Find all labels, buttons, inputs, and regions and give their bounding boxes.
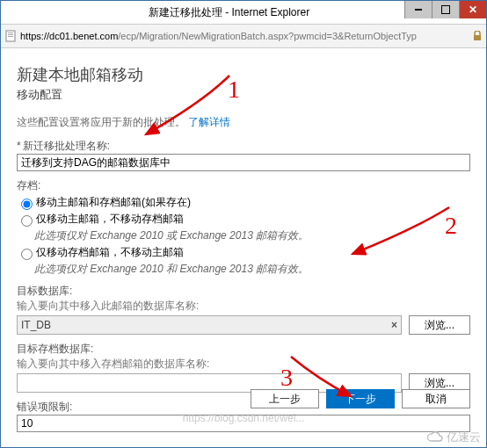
page-icon <box>4 30 17 42</box>
lock-icon <box>472 31 483 41</box>
svg-rect-2 <box>8 34 13 35</box>
archive-option-1[interactable]: 移动主邮箱和存档邮箱(如果存在) <box>17 195 470 210</box>
target-db-clear-icon[interactable]: × <box>391 319 397 331</box>
archive-db-label: 目标存档数据库: <box>17 342 470 357</box>
window-title: 新建迁移批处理 - Internet Explorer <box>54 5 404 20</box>
batch-name-label: 新迁移批处理名称: <box>17 139 470 154</box>
cloud-icon <box>425 431 445 444</box>
wizard-footer: 上一步 下一步 取消 <box>251 389 470 408</box>
target-db-value: IT_DB <box>21 319 391 331</box>
window-maximize-button[interactable] <box>432 1 459 18</box>
target-db-browse-button[interactable]: 浏览... <box>409 315 470 335</box>
archive-option-group: 存档: 移动主邮箱和存档邮箱(如果存在) 仅移动主邮箱，不移动存档邮箱 此选项仅… <box>17 178 470 277</box>
target-db-input[interactable]: IT_DB × <box>17 315 402 335</box>
page-subheading: 移动配置 <box>17 87 470 103</box>
window-minimize-button[interactable] <box>404 1 432 18</box>
archive-group-label: 存档: <box>17 178 470 193</box>
window-titlebar: 新建迁移批处理 - Internet Explorer ✕ <box>1 1 486 25</box>
batch-name-input[interactable] <box>17 154 470 171</box>
window-close-button[interactable]: ✕ <box>459 1 486 18</box>
svg-rect-4 <box>474 35 481 40</box>
archive-option-3-note: 此选项仅对 Exchange 2010 和 Exchange 2013 邮箱有效… <box>34 262 470 277</box>
url-text: https://dc01.benet.com/ecp/Migration/New… <box>20 31 469 41</box>
page-heading: 新建本地邮箱移动 <box>17 64 470 85</box>
address-bar[interactable]: https://dc01.benet.com/ecp/Migration/New… <box>1 25 486 48</box>
archive-option-3[interactable]: 仅移动存档邮箱，不移动主邮箱 <box>17 245 470 260</box>
next-button[interactable]: 下一步 <box>326 389 395 408</box>
archive-db-help: 输入要向其中移入存档邮箱的数据库名称: <box>17 357 470 372</box>
back-button[interactable]: 上一步 <box>251 389 319 408</box>
cancel-button[interactable]: 取消 <box>402 389 470 408</box>
svg-rect-1 <box>8 33 13 33</box>
archive-radio-2[interactable] <box>21 215 33 227</box>
target-db-help: 输入要向其中移入此邮箱的数据库名称: <box>17 299 470 314</box>
intro-text: 这些配置设置将应用于新的批处理。 了解详情 <box>17 115 470 130</box>
archive-radio-1[interactable] <box>21 199 33 210</box>
archive-option-2[interactable]: 仅移动主邮箱，不移动存档邮箱 <box>17 212 470 227</box>
archive-option-2-note: 此选项仅对 Exchange 2010 或 Exchange 2013 邮箱有效… <box>34 228 470 243</box>
bad-items-input[interactable] <box>17 415 470 432</box>
archive-radio-3[interactable] <box>21 249 33 260</box>
target-db-label: 目标数据库: <box>17 284 470 299</box>
learn-more-link[interactable]: 了解详情 <box>188 116 230 128</box>
svg-rect-3 <box>8 36 13 37</box>
